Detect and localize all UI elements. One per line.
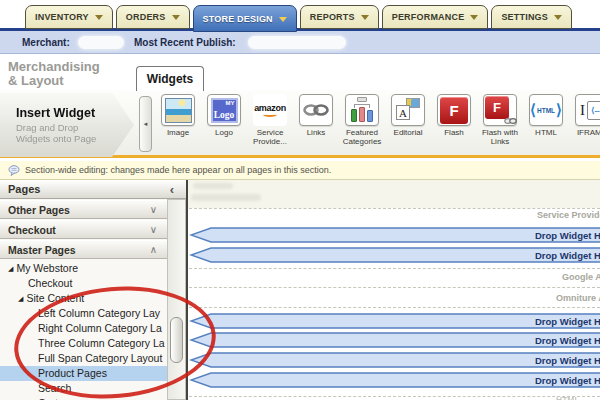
- tree-item-right-column-category-layout[interactable]: Right Column Category La: [0, 321, 167, 336]
- publish-value-redacted: [248, 36, 346, 49]
- tree-item-search[interactable]: Search: [0, 381, 167, 396]
- amazon-icon: amazon: [254, 103, 286, 117]
- tab-performance-label: PERFORMANCE: [392, 12, 465, 22]
- widget-image[interactable]: Image: [155, 94, 201, 146]
- tab-inventory[interactable]: INVENTORY: [25, 5, 113, 29]
- publish-label: Most Recent Publish:: [134, 37, 236, 48]
- widget-image-label: Image: [167, 128, 189, 137]
- tab-performance[interactable]: PERFORMANCE: [382, 5, 489, 29]
- tree-item-checkout[interactable]: Checkout: [0, 276, 167, 291]
- iframe-icon: I ⟨--: [580, 101, 600, 120]
- chevron-down-icon: [361, 15, 369, 20]
- store-design-window: INVENTORY ORDERS STORE DESIGN REPORTS PE…: [0, 0, 600, 400]
- section-wide-notice: Section-wide editing: changes made here …: [0, 161, 600, 180]
- chain-icon: [504, 117, 517, 125]
- widget-links-label: Links: [307, 128, 326, 137]
- widget-flash-label: Flash: [444, 128, 464, 137]
- tree-item-left-column-category-layout[interactable]: Left Column Category Lay: [0, 306, 167, 321]
- links-chain-icon: [302, 102, 330, 118]
- drop-widget-label: Drop Widget Here: [535, 250, 600, 261]
- widget-featured-categories[interactable]: Featured Categories: [339, 94, 385, 146]
- section-title: Merchandising & Layout: [8, 60, 100, 88]
- accordion-other-pages[interactable]: Other Pages ∨: [0, 200, 167, 219]
- redacted-text: [191, 194, 261, 201]
- tree-item-site-content[interactable]: ◢Site Content: [0, 291, 167, 306]
- section-title-line1: Merchandising: [8, 60, 100, 74]
- tab-orders[interactable]: ORDERS: [116, 5, 190, 29]
- chevron-down-icon: ∨: [150, 221, 157, 239]
- arrow-left-icon: ◄: [143, 121, 149, 127]
- insert-widget-panel: Insert Widget Drag and Drop Widgets onto…: [0, 93, 134, 157]
- page-canvas: Service Provide Drop Widget Here Drop Wi…: [188, 180, 600, 400]
- drop-widget-zone[interactable]: Drop Widget Here: [189, 332, 600, 348]
- tree-expander-icon[interactable]: ◢: [18, 291, 23, 306]
- tab-widgets[interactable]: Widgets: [136, 66, 204, 91]
- drop-widget-zone[interactable]: Drop Widget Here: [189, 227, 600, 243]
- chevron-down-icon: ∨: [150, 201, 157, 219]
- widget-logo[interactable]: MY Logo Logo: [201, 94, 247, 146]
- drop-widget-label: Drop Widget Here: [535, 375, 600, 386]
- flash-icon: F: [440, 97, 468, 124]
- zone-label-omniture: Omniture A: [556, 293, 600, 303]
- widget-service-provider[interactable]: amazon Service Provide...: [247, 94, 293, 146]
- tab-reports[interactable]: REPORTS: [300, 5, 379, 29]
- widget-html-label: HTML: [535, 128, 557, 137]
- widget-iframe[interactable]: I ⟨-- IFRAME: [569, 94, 600, 146]
- widget-flash-with-links-label: Flash with Links: [477, 128, 523, 146]
- tree-item-my-webstore[interactable]: ◢My Webstore: [0, 261, 167, 276]
- tab-orders-label: ORDERS: [126, 12, 166, 22]
- tree-item-three-column-category-layout[interactable]: Three Column Category La: [0, 336, 167, 351]
- tree-item-product-pages[interactable]: Product Pages: [0, 366, 167, 381]
- tab-store-design[interactable]: STORE DESIGN: [193, 5, 297, 32]
- logo-icon: MY Logo: [211, 98, 238, 123]
- drop-widget-zone[interactable]: Drop Widget Here: [189, 247, 600, 263]
- zone-label-service-provider: Service Provide: [537, 210, 600, 220]
- collapse-panel-icon[interactable]: ‹: [170, 180, 174, 199]
- widget-links[interactable]: Links: [293, 94, 339, 146]
- widget-flash[interactable]: F Flash: [431, 94, 477, 146]
- zone-label-google: Google An: [562, 272, 600, 282]
- tab-settings[interactable]: SETTINGS: [491, 5, 572, 29]
- widget-featured-categories-label: Featured Categories: [339, 128, 385, 146]
- accordion-checkout[interactable]: Checkout ∨: [0, 220, 167, 239]
- zone-separator: [189, 396, 600, 397]
- tree-item-full-span-category-layout[interactable]: Full Span Category Layout: [0, 351, 167, 366]
- panel-scrollbar-thumb[interactable]: [170, 317, 183, 363]
- pages-panel: Pages ‹ Other Pages ∨ Checkout ∨ Master …: [0, 180, 186, 400]
- drop-widget-label: Drop Widget Here: [535, 335, 600, 346]
- drop-widget-zone[interactable]: Drop Widget Here: [189, 352, 600, 368]
- zone-separator: [189, 307, 600, 308]
- canvas-header-area: [188, 180, 600, 208]
- tab-reports-label: REPORTS: [310, 12, 355, 22]
- pages-panel-title: Pages: [8, 183, 40, 195]
- widget-flash-with-links[interactable]: F Flash with Links: [477, 94, 523, 146]
- drop-widget-zone[interactable]: Drop Widget Here: [189, 313, 600, 329]
- panel-scrollbar[interactable]: [167, 199, 186, 400]
- drop-widget-label: Drop Widget Here: [535, 316, 600, 327]
- widget-editorial-label: Editorial: [394, 128, 423, 137]
- main-nav-tabs: INVENTORY ORDERS STORE DESIGN REPORTS PE…: [25, 5, 572, 32]
- tab-store-design-label: STORE DESIGN: [203, 14, 273, 24]
- widget-editorial[interactable]: A Editorial: [385, 94, 431, 146]
- featured-categories-icon: [349, 97, 375, 123]
- tree-item-cart[interactable]: Cart: [0, 396, 167, 400]
- drop-widget-label: Drop Widget Here: [535, 355, 600, 366]
- chevron-down-icon: [554, 15, 562, 20]
- accordion-master-pages[interactable]: Master Pages ∧: [0, 240, 167, 259]
- tree-expander-icon[interactable]: ◢: [8, 261, 13, 276]
- drop-widget-zone[interactable]: Drop Widget Here: [189, 372, 600, 388]
- merchant-value-redacted: [78, 36, 124, 49]
- image-icon: [165, 98, 192, 123]
- chevron-down-icon: [470, 15, 478, 20]
- speech-bubble-icon: [8, 165, 20, 176]
- insert-widget-subtitle-line2: Widgets onto Page: [16, 133, 96, 144]
- widget-html[interactable]: ⟨HTML⟩ HTML: [523, 94, 569, 146]
- redacted-text: [193, 183, 233, 189]
- widget-strip: Image MY Logo Logo amazon: [155, 94, 600, 146]
- widget-scroll-left-button[interactable]: ◄: [139, 96, 152, 152]
- tab-inventory-label: INVENTORY: [35, 12, 89, 22]
- zone-separator: [189, 287, 600, 288]
- pages-panel-header[interactable]: Pages ‹: [0, 180, 186, 199]
- zone-separator: [189, 208, 600, 209]
- notice-text: Section-wide editing: changes made here …: [25, 165, 331, 175]
